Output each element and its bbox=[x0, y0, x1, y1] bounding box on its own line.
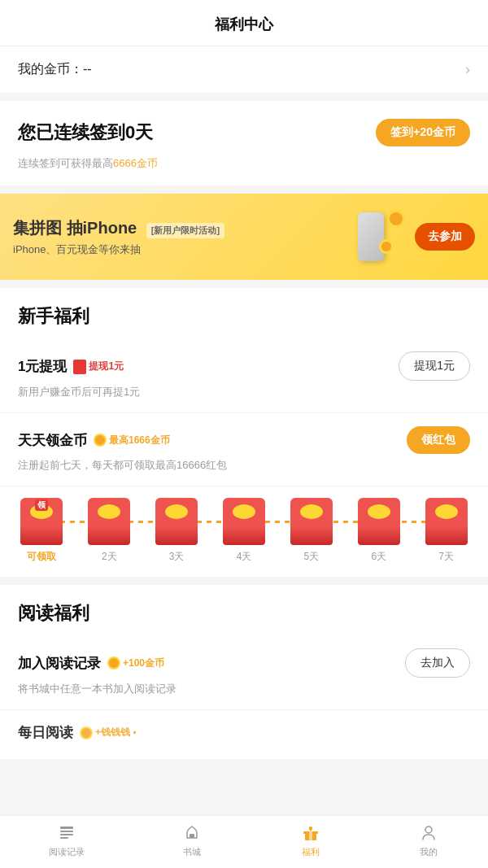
gift-icon bbox=[300, 822, 321, 844]
lottery-title: 集拼图 抽iPhone [新用户限时活动] bbox=[13, 217, 350, 239]
withdraw-benefit: 1元提现 提现1元 提现1元 新用户赚金币后可再提1元 bbox=[0, 338, 488, 413]
svg-rect-1 bbox=[60, 831, 73, 832]
signin-button[interactable]: 签到+20金币 bbox=[376, 119, 470, 146]
read-record-button[interactable]: 去加入 bbox=[405, 648, 470, 678]
reading-section: 阅读福利 加入阅读记录 +100金币 去加入 将书城中任意一本书加入阅读记录 每… bbox=[0, 585, 488, 759]
lottery-image bbox=[350, 208, 407, 265]
nav-item-store[interactable]: 书城 bbox=[181, 822, 203, 858]
daily-coins-name: 天天领金币 最高1666金币 bbox=[18, 431, 170, 450]
page-title: 福利中心 bbox=[215, 16, 273, 33]
redpacket-day-2[interactable]: 2天 bbox=[76, 498, 143, 564]
redpacket-day-5[interactable]: 5天 bbox=[277, 498, 345, 564]
daily-coins-sub: 注册起前七天，每天都可领取最高16666红包 bbox=[18, 458, 470, 473]
svg-point-8 bbox=[425, 827, 432, 833]
join-button[interactable]: 去参加 bbox=[415, 223, 475, 251]
read-record-benefit: 加入阅读记录 +100金币 去加入 将书城中任意一本书加入阅读记录 bbox=[0, 635, 488, 710]
daily-coins-button[interactable]: 领红包 bbox=[407, 426, 470, 454]
nav-label-welfare: 福利 bbox=[302, 846, 320, 858]
read-record-sub: 将书城中任意一本书加入阅读记录 bbox=[18, 682, 470, 696]
nav-item-mine[interactable]: 我的 bbox=[418, 822, 439, 858]
read-record-tag: +100金币 bbox=[107, 656, 164, 670]
coins-row[interactable]: 我的金币：-- › bbox=[0, 46, 488, 93]
svg-rect-2 bbox=[60, 834, 73, 835]
redpackets-section: 领 可领取 2天 3天 4天 bbox=[0, 486, 488, 577]
read-record-name: 加入阅读记录 +100金币 bbox=[18, 654, 164, 673]
redpacket-day-6[interactable]: 6天 bbox=[345, 498, 412, 564]
chevron-right-icon: › bbox=[465, 61, 470, 78]
svg-rect-4 bbox=[190, 834, 194, 838]
lottery-banner: 集拼图 抽iPhone [新用户限时活动] iPhone、百元现金等你来抽 去参… bbox=[0, 194, 488, 280]
nav-label-reading-record: 阅读记录 bbox=[49, 846, 85, 858]
daily-coins-benefit: 天天领金币 最高1666金币 领红包 注册起前七天，每天都可领取最高16666红… bbox=[0, 413, 488, 486]
beginner-section: 新手福利 1元提现 提现1元 提现1元 新用户赚金币后可再提1元 天天领金币 bbox=[0, 288, 488, 577]
signin-title: 您已连续签到0天 bbox=[18, 120, 153, 145]
nav-item-welfare[interactable]: 福利 bbox=[300, 822, 321, 858]
withdraw-name: 1元提现 提现1元 bbox=[18, 357, 124, 376]
redpacket-day-3[interactable]: 3天 bbox=[143, 498, 211, 564]
store-icon bbox=[181, 822, 203, 844]
nav-label-mine: 我的 bbox=[420, 846, 438, 858]
redpacket-day-1[interactable]: 领 可领取 bbox=[8, 498, 76, 564]
daily-read-tag: +钱钱钱 ▪ bbox=[80, 726, 137, 739]
reading-section-title: 阅读福利 bbox=[0, 585, 488, 635]
lottery-sub: iPhone、百元现金等你来抽 bbox=[13, 242, 350, 257]
user-icon bbox=[418, 822, 439, 844]
redpackets-row: 领 可领取 2天 3天 4天 bbox=[8, 498, 480, 564]
redpacket-day-4[interactable]: 4天 bbox=[211, 498, 278, 564]
bottom-nav: 阅读记录 书城 福利 我的 bbox=[0, 815, 488, 868]
book-icon bbox=[56, 822, 77, 844]
coins-label: 我的金币：-- bbox=[18, 61, 92, 78]
signin-sub: 连续签到可获得最高6666金币 bbox=[18, 156, 470, 171]
redpacket-day-7[interactable]: 7天 bbox=[412, 498, 480, 564]
withdraw-tag: 提现1元 bbox=[73, 359, 124, 373]
lottery-badge: [新用户限时活动] bbox=[146, 223, 224, 238]
nav-item-reading-record[interactable]: 阅读记录 bbox=[49, 822, 85, 858]
beginner-section-title: 新手福利 bbox=[0, 288, 488, 338]
page-header: 福利中心 bbox=[0, 0, 488, 46]
daily-read-name: 每日阅读 +钱钱钱 ▪ bbox=[18, 723, 137, 742]
withdraw-sub: 新用户赚金币后可再提1元 bbox=[18, 385, 470, 399]
daily-coins-tag: 最高1666金币 bbox=[94, 434, 170, 447]
svg-rect-3 bbox=[60, 837, 68, 839]
signin-card: 您已连续签到0天 签到+20金币 连续签到可获得最高6666金币 bbox=[0, 101, 488, 185]
svg-rect-0 bbox=[60, 827, 73, 829]
daily-read-benefit: 每日阅读 +钱钱钱 ▪ bbox=[0, 710, 488, 759]
withdraw-button[interactable]: 提现1元 bbox=[399, 351, 470, 381]
nav-label-store: 书城 bbox=[183, 846, 201, 858]
